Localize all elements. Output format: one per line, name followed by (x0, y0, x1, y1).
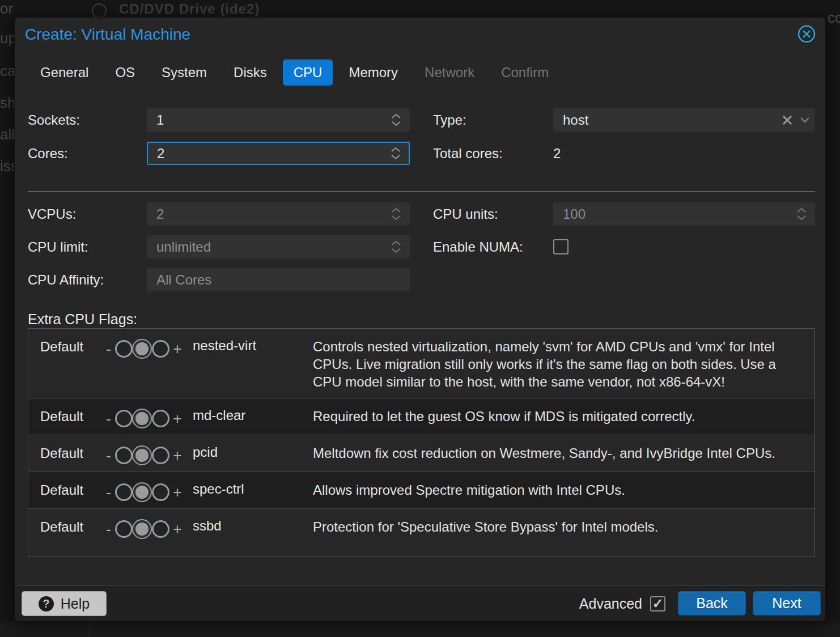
bg-left-fragment: all (0, 126, 15, 143)
cpu-flag-row: Default - + pcid Meltdown fix cost reduc… (28, 435, 814, 472)
flag-state: Default (28, 335, 106, 390)
next-button[interactable]: Next (753, 591, 821, 615)
cpu-units-input (554, 203, 814, 225)
back-button[interactable]: Back (678, 591, 746, 615)
cpu-limit-input (147, 236, 409, 258)
toggle-default-circle[interactable] (133, 520, 151, 538)
flag-description: Meltdown fix cost reduction on Westmere,… (313, 441, 814, 464)
toggle-on-circle[interactable] (152, 483, 169, 501)
bg-sidebar-divider (88, 622, 88, 637)
enable-numa-label: Enable NUMA: (433, 235, 523, 258)
flag-tristate-toggle[interactable]: - + (106, 520, 182, 538)
minus-icon[interactable]: - (106, 447, 111, 464)
cpu-limit-spinner (391, 236, 406, 258)
flag-name: pcid (193, 441, 313, 464)
cores-spinner[interactable] (391, 143, 405, 164)
dialog-footer: ? Help Advanced ✓ Back Next (15, 585, 825, 621)
plus-icon[interactable]: + (173, 410, 182, 427)
toggle-default-circle[interactable] (133, 410, 151, 427)
cpu-flag-row: Default - + md-clear Required to let the… (28, 398, 814, 435)
section-divider (28, 191, 815, 192)
vcpus-label: VCPUs: (28, 202, 76, 226)
flag-tristate-toggle[interactable]: - + (106, 340, 182, 358)
flag-description: Protection for 'Speculative Store Bypass… (313, 515, 814, 538)
vcpus-field (147, 202, 410, 226)
cpu-flag-row: Default - + spec-ctrl Allows improved Sp… (28, 472, 814, 508)
cpu-units-spinner (796, 203, 811, 225)
vcpus-input (147, 203, 409, 225)
toggle-off-circle[interactable] (115, 410, 133, 427)
tab-bar: General OS System Disks CPU Memory Netwo… (29, 60, 565, 86)
flag-name: nested-virt (193, 335, 313, 390)
toggle-on-circle[interactable] (152, 447, 169, 464)
extra-cpu-flags-label: Extra CPU Flags: (28, 311, 137, 328)
sockets-input[interactable] (147, 109, 409, 131)
plus-icon[interactable]: + (173, 521, 182, 538)
cpu-affinity-input[interactable] (147, 269, 409, 291)
type-input[interactable] (554, 109, 814, 131)
flag-description: Required to let the guest OS know if MDS… (313, 405, 814, 427)
minus-icon[interactable]: - (106, 484, 111, 501)
cpu-flags-table: Default - + nested-virt Controls nested … (28, 328, 815, 557)
flag-description: Allows improved Spectre mitigation with … (313, 478, 814, 501)
cpu-limit-field (147, 235, 410, 258)
tab-confirm[interactable]: Confirm (490, 60, 559, 86)
plus-icon[interactable]: + (173, 341, 182, 358)
advanced-label: Advanced (579, 596, 642, 612)
toggle-off-circle[interactable] (115, 520, 133, 538)
flag-state: Default (28, 441, 106, 464)
toggle-off-circle[interactable] (115, 340, 133, 358)
flag-name: md-clear (193, 405, 313, 427)
help-button[interactable]: ? Help (22, 591, 107, 616)
cpu-limit-label: CPU limit: (28, 235, 88, 258)
bg-left-fragment: or (0, 0, 13, 18)
total-cores-value: 2 (553, 142, 561, 165)
minus-icon[interactable]: - (106, 341, 111, 358)
flag-state: Default (28, 405, 106, 427)
cpu-units-label: CPU units: (433, 202, 498, 226)
tab-system[interactable]: System (151, 60, 218, 86)
minus-icon[interactable]: - (106, 521, 111, 538)
clear-icon[interactable] (782, 114, 793, 126)
question-mark-icon: ? (39, 596, 54, 611)
tab-memory[interactable]: Memory (338, 60, 409, 86)
tab-general[interactable]: General (29, 60, 99, 86)
toggle-on-circle[interactable] (152, 410, 169, 427)
type-label: Type: (433, 108, 466, 131)
flag-tristate-toggle[interactable]: - + (106, 410, 182, 427)
tab-os[interactable]: OS (104, 60, 146, 86)
tab-network[interactable]: Network (414, 60, 485, 86)
plus-icon[interactable]: + (173, 484, 182, 501)
cores-label: Cores: (28, 142, 68, 165)
enable-numa-checkbox[interactable] (553, 239, 569, 254)
toggle-off-circle[interactable] (115, 483, 133, 501)
tab-cpu[interactable]: CPU (283, 60, 333, 86)
flag-tristate-toggle[interactable]: - + (106, 483, 182, 501)
toggle-on-circle[interactable] (152, 520, 169, 538)
bg-left-fragment: ca (0, 62, 15, 80)
minus-icon[interactable]: - (106, 410, 111, 427)
flag-state: Default (28, 478, 106, 501)
bg-drive-icon (92, 3, 107, 18)
toggle-on-circle[interactable] (152, 340, 169, 358)
cpu-affinity-label: CPU Affinity: (28, 268, 104, 291)
close-icon[interactable] (797, 24, 816, 44)
sockets-label: Sockets: (28, 108, 80, 131)
chevron-down-icon[interactable] (800, 117, 810, 123)
sockets-spinner[interactable] (391, 109, 406, 131)
flag-name: spec-ctrl (193, 478, 313, 501)
flag-name: ssbd (193, 515, 313, 538)
cores-input[interactable] (148, 143, 409, 164)
toggle-default-circle[interactable] (133, 483, 151, 501)
advanced-checkbox[interactable]: ✓ (650, 596, 665, 611)
dialog-title: Create: Virtual Machine (25, 26, 190, 44)
cpu-affinity-field (147, 268, 410, 291)
bg-right-fragment: cc (828, 9, 840, 27)
tab-disks[interactable]: Disks (223, 60, 278, 86)
toggle-off-circle[interactable] (115, 447, 133, 464)
toggle-default-circle[interactable] (133, 340, 151, 358)
plus-icon[interactable]: + (173, 447, 182, 464)
bg-left-fragment: sh (0, 94, 15, 112)
flag-tristate-toggle[interactable]: - + (106, 447, 182, 464)
toggle-default-circle[interactable] (133, 447, 151, 464)
